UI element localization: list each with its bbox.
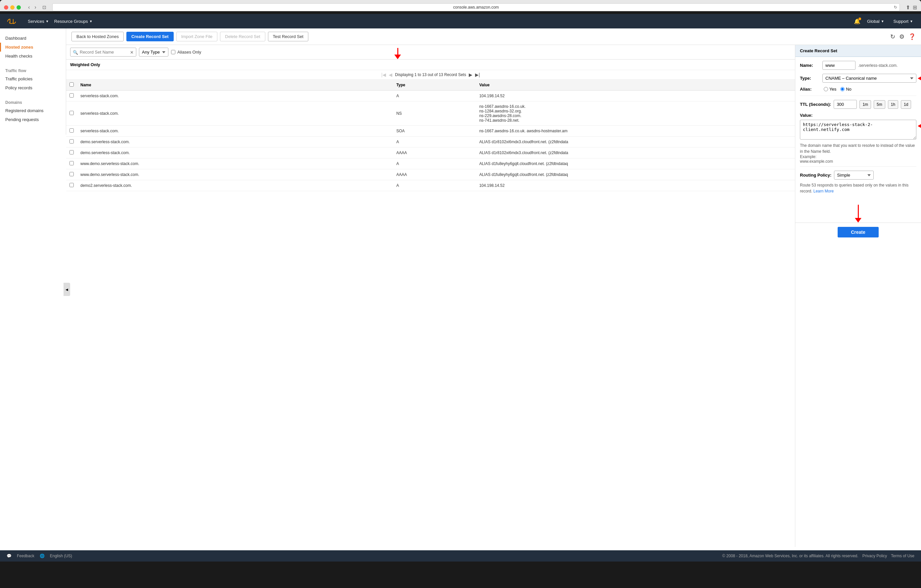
settings-icon[interactable]: ⚙ bbox=[899, 33, 905, 41]
import-zone-file-button: Import Zone File bbox=[176, 32, 218, 41]
sidebar-item-traffic-policies[interactable]: Traffic policies bbox=[0, 75, 66, 83]
notifications-bell[interactable]: 🔔 bbox=[854, 18, 861, 24]
table-row[interactable]: demo.serverless-stack.com. AAAA ALIAS d1… bbox=[66, 148, 795, 158]
col-value: Value bbox=[476, 80, 795, 91]
row-type: A bbox=[393, 136, 476, 148]
type-field-select[interactable]: CNAME – Canonical name A – IPv4 address … bbox=[822, 74, 916, 83]
refresh-icon[interactable]: ↻ bbox=[894, 5, 897, 10]
table-row[interactable]: demo2.serverless-stack.com. A 104.198.14… bbox=[66, 180, 795, 191]
tab-view-button[interactable]: ⊡ bbox=[42, 5, 46, 10]
privacy-policy-link[interactable]: Privacy Policy bbox=[862, 554, 887, 558]
back-to-hosted-zones-button[interactable]: Back to Hosted Zones bbox=[72, 32, 124, 41]
table-row[interactable]: www.demo.serverless-stack.com. AAAA ALIA… bbox=[66, 169, 795, 180]
learn-more-link[interactable]: Learn More bbox=[814, 189, 834, 193]
row-checkbox[interactable] bbox=[70, 150, 74, 154]
type-filter-select[interactable]: Any Type bbox=[139, 48, 168, 57]
ttl-field[interactable] bbox=[834, 100, 857, 109]
routing-policy-select[interactable]: Simple Weighted Latency Failover Geoloca… bbox=[834, 171, 874, 180]
row-checkbox[interactable] bbox=[70, 128, 74, 133]
sidebar-item-hosted-zones[interactable]: Hosted zones bbox=[0, 43, 66, 52]
forward-nav-button[interactable]: › bbox=[33, 4, 37, 11]
row-name: serverless-stack.com. bbox=[77, 91, 393, 102]
value-textarea[interactable]: https://serverless-stack-2-client.netlif… bbox=[800, 120, 916, 140]
feedback-label[interactable]: Feedback bbox=[17, 554, 34, 558]
table-row[interactable]: www.demo.serverless-stack.com. A ALIAS d… bbox=[66, 158, 795, 169]
select-all-checkbox[interactable] bbox=[70, 82, 74, 87]
row-checkbox[interactable] bbox=[70, 172, 74, 176]
alias-no-input[interactable] bbox=[840, 87, 845, 91]
create-button[interactable]: Create bbox=[838, 227, 879, 237]
alias-yes-radio[interactable]: Yes bbox=[824, 87, 836, 92]
ttl-1h-button[interactable]: 1h bbox=[888, 100, 898, 109]
clear-search-icon[interactable]: ✕ bbox=[130, 50, 133, 55]
record-set-name-input[interactable] bbox=[70, 48, 136, 57]
language-label[interactable]: English (US) bbox=[50, 554, 72, 558]
sidebar-item-policy-records[interactable]: Policy records bbox=[0, 83, 66, 92]
row-name: serverless-stack.com. bbox=[77, 102, 393, 126]
row-name: demo.serverless-stack.com. bbox=[77, 136, 393, 148]
table-row[interactable]: demo.serverless-stack.com. A ALIAS d1r81… bbox=[66, 136, 795, 148]
services-nav[interactable]: Services ▼ bbox=[25, 19, 52, 24]
row-type: SOA bbox=[393, 126, 476, 136]
row-type: NS bbox=[393, 102, 476, 126]
global-nav[interactable]: Global ▼ bbox=[864, 19, 887, 24]
ttl-1m-button[interactable]: 1m bbox=[859, 100, 871, 109]
ttl-1d-button[interactable]: 1d bbox=[901, 100, 911, 109]
table-row[interactable]: serverless-stack.com. NS ns-1667.awsdns-… bbox=[66, 102, 795, 126]
row-checkbox[interactable] bbox=[70, 111, 74, 115]
routing-hint-text: Route 53 responds to queries based only … bbox=[800, 182, 916, 194]
pagination-bar: |◀ ◀ Displaying 1 to 13 out of 13 Record… bbox=[66, 70, 795, 80]
table-row[interactable]: serverless-stack.com. A 104.198.14.52 bbox=[66, 91, 795, 102]
language-icon: 🌐 bbox=[40, 554, 45, 558]
toolbar: Back to Hosted Zones Create Record Set I… bbox=[66, 28, 921, 45]
aliases-only-label[interactable]: Aliases Only bbox=[171, 50, 201, 55]
next-page-button[interactable]: ▶ bbox=[469, 72, 472, 77]
row-value: ALIAS d1r8102xi6mdx3.cloudfront.net. (z2… bbox=[476, 136, 795, 148]
share-button[interactable]: ⬆ bbox=[906, 4, 910, 11]
type-field-label: Type: bbox=[800, 76, 820, 81]
aliases-only-checkbox[interactable] bbox=[171, 50, 175, 54]
maximize-button[interactable] bbox=[16, 5, 21, 10]
test-record-set-button[interactable]: Test Record Set bbox=[268, 32, 309, 41]
new-tab-button[interactable]: ⊞ bbox=[913, 4, 917, 11]
create-record-set-button[interactable]: Create Record Set bbox=[126, 32, 174, 41]
routing-policy-label: Routing Policy: bbox=[800, 173, 832, 178]
name-field[interactable] bbox=[822, 61, 856, 70]
delete-record-set-button: Delete Record Set bbox=[220, 32, 265, 41]
row-name: serverless-stack.com. bbox=[77, 126, 393, 136]
close-button[interactable] bbox=[4, 5, 8, 10]
prev-page-button[interactable]: ◀ bbox=[389, 72, 392, 77]
support-nav[interactable]: Support ▼ bbox=[891, 19, 916, 24]
row-name: demo.serverless-stack.com. bbox=[77, 148, 393, 158]
row-checkbox[interactable] bbox=[70, 183, 74, 187]
traffic-flow-heading: Traffic flow bbox=[0, 66, 66, 75]
row-value: ALIAS d1fu8eyhy6gqlt.cloudfront.net. (z2… bbox=[476, 169, 795, 180]
row-checkbox[interactable] bbox=[70, 139, 74, 143]
row-checkbox[interactable] bbox=[70, 161, 74, 166]
resource-groups-nav[interactable]: Resource Groups ▼ bbox=[52, 19, 95, 24]
name-form-row: Name: .serverless-stack.com. bbox=[800, 61, 916, 70]
row-checkbox[interactable] bbox=[70, 93, 74, 97]
sidebar-item-registered-domains[interactable]: Registered domains bbox=[0, 106, 66, 115]
minimize-button[interactable] bbox=[10, 5, 15, 10]
terms-of-use-link[interactable]: Terms of Use bbox=[891, 554, 914, 558]
last-page-button[interactable]: ▶| bbox=[475, 72, 480, 77]
copyright-text: © 2008 - 2018, Amazon Web Services, Inc.… bbox=[722, 554, 858, 558]
refresh-records-icon[interactable]: ↻ bbox=[890, 33, 895, 41]
value-example-label: Example: www.example.com bbox=[800, 154, 916, 164]
row-type: A bbox=[393, 91, 476, 102]
alias-no-radio[interactable]: No bbox=[840, 87, 851, 92]
alias-yes-input[interactable] bbox=[824, 87, 828, 91]
address-bar[interactable] bbox=[52, 3, 900, 11]
row-name: demo2.serverless-stack.com. bbox=[77, 180, 393, 191]
first-page-button[interactable]: |◀ bbox=[381, 72, 386, 77]
back-nav-button[interactable]: ‹ bbox=[27, 4, 31, 11]
sidebar-item-pending-requests[interactable]: Pending requests bbox=[0, 115, 66, 124]
col-type: Type bbox=[393, 80, 476, 91]
table-row[interactable]: serverless-stack.com. SOA ns-1667.awsdns… bbox=[66, 126, 795, 136]
support-caret-icon: ▼ bbox=[910, 19, 913, 23]
help-icon[interactable]: ❓ bbox=[908, 33, 916, 41]
ttl-5m-button[interactable]: 5m bbox=[874, 100, 885, 109]
sidebar-item-health-checks[interactable]: Health checks bbox=[0, 52, 66, 60]
sidebar-item-dashboard[interactable]: Dashboard bbox=[0, 34, 66, 43]
